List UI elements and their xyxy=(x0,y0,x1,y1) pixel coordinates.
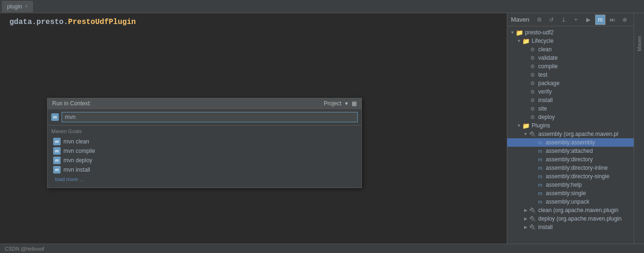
goal-item-install[interactable]: m mvn install xyxy=(51,165,358,174)
tab-close-button[interactable]: × xyxy=(25,4,28,9)
lifecycle-item-compile[interactable]: ⚙ compile xyxy=(507,62,634,71)
gear-icon-install: ⚙ xyxy=(529,96,536,104)
load-more-link[interactable]: load more ... xyxy=(51,174,358,184)
goal-label-clean: mvn clean xyxy=(63,138,89,145)
goal-item-compile[interactable]: m mvn compile xyxy=(51,146,358,156)
plugin-icon-assembly-directory: m xyxy=(536,156,544,163)
tree-assembly-help[interactable]: m assembly:help xyxy=(507,181,634,189)
tree-deploy-plugin[interactable]: ▶ 🔌 deploy (org.apache.maven.plugin xyxy=(507,214,634,223)
gear-icon-compile: ⚙ xyxy=(529,63,536,70)
run-button[interactable]: ▶ xyxy=(583,15,593,25)
assembly-collapse-arrow[interactable]: ▼ xyxy=(522,132,529,136)
goals-label: Maven Goals xyxy=(51,127,358,135)
add-button[interactable]: + xyxy=(571,15,581,25)
lifecycle-collapse-arrow[interactable]: ▼ xyxy=(516,39,522,43)
editor-content: gdata.presto.PrestoUdfPlugin xyxy=(0,13,507,31)
editor-tab[interactable]: plugin × xyxy=(2,1,33,12)
lifecycle-item-install[interactable]: ⚙ install xyxy=(507,96,634,104)
skip-button[interactable]: ⏭ xyxy=(607,15,618,25)
mvn-small-icon: m xyxy=(53,138,61,145)
plugin-icon-assembly-help: m xyxy=(536,181,544,189)
run-dialog-title: Run in Context: xyxy=(52,100,91,107)
settings-button[interactable]: ⚙ xyxy=(534,15,544,25)
lifecycle-item-site[interactable]: ⚙ site xyxy=(507,104,634,113)
tree-assembly-directory[interactable]: m assembly:directory xyxy=(507,155,634,164)
deploy-plugin-arrow[interactable]: ▶ xyxy=(522,216,529,221)
gear-icon-deploy: ⚙ xyxy=(529,113,536,121)
plugin-icon-assembly: 🔌 xyxy=(529,130,536,138)
tree-clean-plugin[interactable]: ▶ 🔌 clean (org.apache.maven.plugin xyxy=(507,206,634,214)
plugin-icon-assembly-directory-inline: m xyxy=(536,164,544,172)
plugin-icon-assembly-attached: m xyxy=(536,147,544,155)
install-label: install xyxy=(538,97,553,103)
run-dialog-input[interactable] xyxy=(62,112,358,122)
tree-assembly-directory-inline[interactable]: m assembly:directory-inline xyxy=(507,164,634,172)
tree-assembly-attached[interactable]: m assembly:attached xyxy=(507,147,634,155)
goal-item-clean[interactable]: m mvn clean xyxy=(51,137,358,146)
run-dialog: Run in Context: Project ▾ ▦ m Maven Goal… xyxy=(47,98,362,188)
tree-lifecycle[interactable]: ▼ 📁 Lifecycle xyxy=(507,37,634,45)
lifecycle-item-verify[interactable]: ⚙ verify xyxy=(507,87,634,96)
assembly-unpack-label: assembly:unpack xyxy=(546,198,589,205)
run-dialog-input-row: m xyxy=(47,109,361,126)
mvn-small-icon: m xyxy=(53,166,61,174)
filter-icon[interactable]: ▦ xyxy=(352,100,357,107)
gear-icon-test: ⚙ xyxy=(529,71,536,79)
status-text: CSDN @hellooof xyxy=(5,246,44,252)
lifecycle-item-package[interactable]: ⚙ package xyxy=(507,79,634,87)
clean-plugin-arrow[interactable]: ▶ xyxy=(522,208,529,213)
assembly-attached-label: assembly:attached xyxy=(546,148,593,154)
tree-install-plugin[interactable]: ▶ 🔌 install xyxy=(507,223,634,231)
right-vtab: Maven xyxy=(634,13,644,244)
m-button[interactable]: m xyxy=(595,15,605,25)
gear-icon-package: ⚙ xyxy=(529,79,536,87)
tree-assembly-directory-single[interactable]: m assembly:directory-single xyxy=(507,172,634,181)
run-dialog-header-right: Project ▾ ▦ xyxy=(324,100,357,107)
tree-root[interactable]: ▼ 📁 presto-udf2 xyxy=(507,28,634,37)
plugin-icon-install: 🔌 xyxy=(529,223,536,231)
lifecycle-folder-icon: 📁 xyxy=(522,37,530,45)
run-dialog-goals: Maven Goals m mvn clean m mvn compile m … xyxy=(47,126,361,188)
vtab-maven[interactable]: Maven xyxy=(636,32,643,55)
lifecycle-item-validate[interactable]: ⚙ validate xyxy=(507,54,634,62)
tree-assembly-single[interactable]: m assembly:single xyxy=(507,189,634,198)
plugin-icon-clean: 🔌 xyxy=(529,206,536,214)
mvn-small-icon: m xyxy=(53,157,61,164)
assembly-directory-inline-label: assembly:directory-inline xyxy=(546,165,608,171)
install-plugin-arrow[interactable]: ▶ xyxy=(522,225,529,229)
tree-plugins[interactable]: ▼ 📁 Plugins xyxy=(507,121,634,130)
lifecycle-item-deploy[interactable]: ⚙ deploy xyxy=(507,113,634,121)
clean-plugin-label: clean (org.apache.maven.plugin xyxy=(538,207,619,213)
root-folder-icon: 📁 xyxy=(516,29,523,36)
compile-label: compile xyxy=(538,63,558,70)
maven-toolbar: ⚙ ↺ ⤓ + ▶ m ⏭ ⊕ xyxy=(534,15,630,25)
goal-item-deploy[interactable]: m mvn deploy xyxy=(51,156,358,165)
test-label: test xyxy=(538,71,547,78)
tab-label: plugin xyxy=(7,3,22,10)
tree-assembly-plugin[interactable]: ▼ 🔌 assembly (org.apache.maven.pl xyxy=(507,130,634,138)
root-collapse-arrow[interactable]: ▼ xyxy=(509,30,516,35)
plugins-collapse-arrow[interactable]: ▼ xyxy=(516,123,522,128)
refresh-button[interactable]: ↺ xyxy=(546,15,557,25)
assembly-help-label: assembly:help xyxy=(546,182,582,188)
mvn-icon: m xyxy=(51,113,59,121)
plugin-icon-assembly-unpack: m xyxy=(536,198,544,206)
deploy-label: deploy xyxy=(538,114,555,120)
tree-assembly-unpack[interactable]: m assembly:unpack xyxy=(507,198,634,206)
assembly-plugin-label: assembly (org.apache.maven.pl xyxy=(538,131,618,137)
plugin-icon-assembly-single: m xyxy=(536,190,544,197)
plugins-label: Plugins xyxy=(532,122,550,129)
maven-tree: ▼ 📁 presto-udf2 ▼ 📁 Lifecycle ⚙ clean xyxy=(507,26,634,244)
lifecycle-item-clean[interactable]: ⚙ clean xyxy=(507,45,634,54)
download-button[interactable]: ⤓ xyxy=(558,15,569,25)
plus2-button[interactable]: ⊕ xyxy=(620,15,630,25)
lifecycle-item-test[interactable]: ⚙ test xyxy=(507,71,634,79)
chevron-down-icon: ▾ xyxy=(345,100,348,107)
plugin-icon-assembly-assembly: m xyxy=(536,139,544,146)
class-name: PrestoUdfPlugin xyxy=(68,18,136,26)
tree-assembly-assembly[interactable]: m assembly:assembly xyxy=(507,138,634,147)
maven-title: Maven xyxy=(511,16,529,23)
assembly-assembly-label: assembly:assembly xyxy=(546,139,595,146)
status-bar: CSDN @hellooof xyxy=(0,244,644,253)
gear-icon-site: ⚙ xyxy=(529,105,536,112)
